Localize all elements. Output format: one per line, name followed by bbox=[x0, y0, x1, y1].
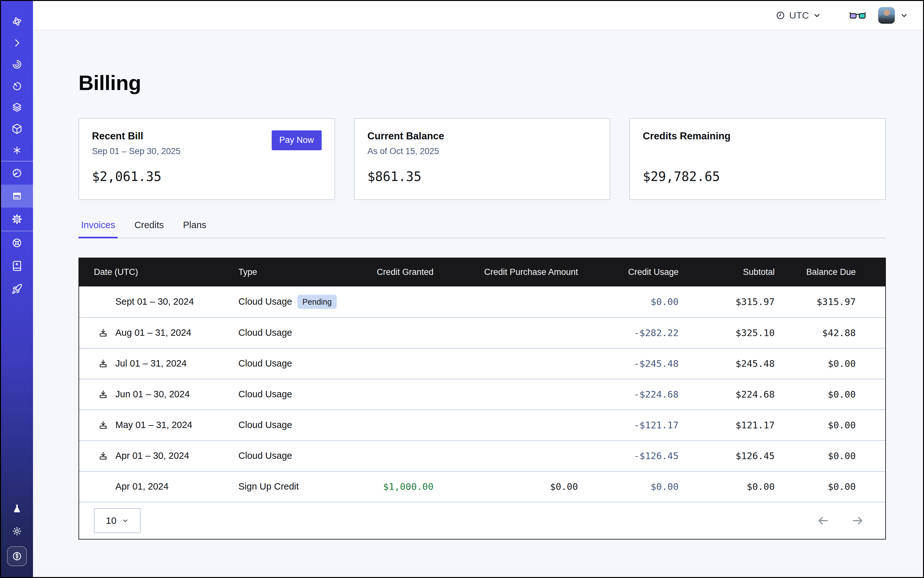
subtotal-value: $224.68 bbox=[679, 389, 775, 400]
table-row: Jul 01 – 31, 2024 Cloud Usage -$245.48 $… bbox=[79, 348, 885, 379]
sidebar-item-layers[interactable] bbox=[1, 96, 33, 118]
book-sparkle-icon bbox=[11, 260, 23, 271]
invoice-type: Sign Up Credit bbox=[239, 481, 299, 492]
credit-purchase-amount-value: $0.00 bbox=[434, 481, 578, 492]
gauge-icon bbox=[11, 167, 23, 179]
table-body: Sept 01 – 30, 2024 Cloud Usage Pending $… bbox=[79, 286, 885, 502]
chevron-down-icon[interactable] bbox=[900, 11, 908, 19]
asterisk-icon bbox=[11, 145, 23, 156]
balance-due-value: $0.00 bbox=[775, 420, 856, 430]
invoice-date: Apr 01 – 30, 2024 bbox=[115, 450, 189, 461]
sidebar-item-timer[interactable] bbox=[1, 75, 33, 96]
sidebar-main-group bbox=[1, 161, 33, 231]
credit-usage-value: -$126.45 bbox=[578, 450, 679, 461]
invoice-date: Sept 01 – 30, 2024 bbox=[115, 296, 194, 307]
sidebar-item-settings[interactable] bbox=[1, 208, 33, 231]
arrow-left-icon bbox=[817, 514, 830, 527]
download-invoice-icon[interactable] bbox=[98, 359, 108, 369]
column-header-subtotal: Subtotal bbox=[679, 267, 775, 277]
timezone-selector[interactable]: UTC bbox=[776, 10, 821, 21]
sidebar-item-support[interactable] bbox=[1, 231, 33, 254]
glasses-icon[interactable] bbox=[849, 11, 866, 20]
next-page-button[interactable] bbox=[851, 514, 864, 527]
sidebar-item-credits-promo[interactable] bbox=[7, 546, 27, 566]
sidebar-item-observe[interactable] bbox=[1, 54, 33, 75]
invoice-type-cell: Sign Up Credit bbox=[239, 481, 341, 492]
card-title: Current Balance bbox=[367, 130, 444, 142]
sidebar-item-expand[interactable] bbox=[1, 32, 33, 54]
sidebar-item-logo[interactable] bbox=[1, 11, 33, 32]
card-title: Recent Bill bbox=[92, 130, 180, 142]
sidebar-bottom-group bbox=[1, 498, 33, 577]
credit-usage-value: -$282.22 bbox=[578, 328, 679, 338]
invoices-table: Date (UTC) Type Credit Granted Credit Pu… bbox=[78, 258, 886, 539]
subtotal-value: $325.10 bbox=[679, 328, 775, 338]
download-invoice-icon[interactable] bbox=[98, 389, 108, 399]
sidebar-item-launch[interactable] bbox=[1, 278, 33, 300]
invoice-date-cell: Sept 01 – 30, 2024 bbox=[79, 296, 239, 307]
invoice-type-cell: Cloud Usage bbox=[239, 389, 341, 399]
summary-cards: Recent Bill Sep 01 – Sep 30, 2025 Pay No… bbox=[78, 118, 886, 200]
current-balance-card: Current Balance As of Oct 15, 2025 $861.… bbox=[354, 118, 611, 200]
sidebar-item-docs[interactable] bbox=[1, 254, 33, 278]
balance-due-value: $0.00 bbox=[775, 358, 856, 369]
tab-invoices[interactable]: Invoices bbox=[78, 220, 118, 239]
sidebar-item-labs[interactable] bbox=[1, 498, 33, 520]
layers-icon bbox=[11, 102, 23, 113]
main-column: UTC Billing bbox=[33, 1, 923, 577]
invoice-date-cell: Aug 01 – 31, 2024 bbox=[79, 328, 239, 338]
rocket-icon bbox=[11, 284, 23, 294]
tab-plans[interactable]: Plans bbox=[180, 220, 209, 239]
sidebar-item-theme-toggle[interactable] bbox=[1, 520, 33, 542]
invoice-type-cell: Cloud Usage bbox=[239, 420, 341, 430]
pay-now-button[interactable]: Pay Now bbox=[272, 130, 322, 150]
chevron-down-icon bbox=[122, 517, 129, 524]
invoice-type: Cloud Usage bbox=[239, 450, 292, 461]
table-row: Aug 01 – 31, 2024 Cloud Usage -$282.22 $… bbox=[79, 317, 885, 348]
chevron-down-icon bbox=[813, 11, 821, 19]
balance-due-value: $0.00 bbox=[775, 450, 856, 461]
page-size-select[interactable]: 10 bbox=[94, 508, 141, 533]
sidebar-item-compute[interactable] bbox=[1, 118, 33, 140]
table-row: Apr 01 – 30, 2024 Cloud Usage -$126.45 $… bbox=[79, 440, 885, 471]
chevron-right-icon bbox=[11, 37, 23, 49]
invoice-date-cell: Jun 01 – 30, 2024 bbox=[79, 389, 239, 399]
card-subtitle: Sep 01 – Sep 30, 2025 bbox=[92, 146, 180, 156]
table-header: Date (UTC) Type Credit Granted Credit Pu… bbox=[79, 258, 885, 286]
download-invoice-icon[interactable] bbox=[98, 328, 108, 338]
user-avatar[interactable] bbox=[878, 7, 895, 24]
invoice-date: Aug 01 – 31, 2024 bbox=[115, 328, 191, 338]
recent-bill-amount: $2,061.35 bbox=[92, 169, 322, 184]
dollar-badge-icon bbox=[11, 550, 23, 562]
card-subtitle: As of Oct 15, 2025 bbox=[367, 146, 444, 156]
page-size-value: 10 bbox=[106, 515, 116, 526]
subtotal-value: $126.45 bbox=[679, 450, 775, 461]
table-row: May 01 – 31, 2024 Cloud Usage -$121.17 $… bbox=[79, 409, 885, 440]
invoice-type: Cloud Usage bbox=[239, 296, 292, 307]
status-badge: Pending bbox=[297, 295, 337, 309]
credits-remaining-card: Credits Remaining $29,782.65 bbox=[629, 118, 886, 200]
column-header-type: Type bbox=[239, 267, 341, 277]
pager bbox=[817, 514, 864, 527]
credit-usage-value: -$224.68 bbox=[578, 389, 679, 400]
column-header-credit-usage: Credit Usage bbox=[578, 267, 679, 277]
invoice-date: Jun 01 – 30, 2024 bbox=[115, 389, 190, 399]
credit-usage-value: -$245.48 bbox=[578, 358, 679, 369]
invoice-type-cell: Cloud Usage bbox=[239, 450, 341, 461]
sidebar-item-dashboard[interactable] bbox=[1, 161, 33, 185]
timezone-label: UTC bbox=[789, 10, 809, 21]
sidebar-item-billing[interactable] bbox=[1, 185, 33, 208]
sun-icon bbox=[11, 526, 23, 537]
page-title: Billing bbox=[78, 71, 886, 94]
previous-page-button[interactable] bbox=[817, 514, 830, 527]
balance-due-value: $315.97 bbox=[775, 296, 856, 307]
download-invoice-icon[interactable] bbox=[98, 420, 108, 430]
sidebar-item-inference[interactable] bbox=[1, 140, 33, 161]
subtotal-value: $245.48 bbox=[679, 358, 775, 369]
tab-credits[interactable]: Credits bbox=[132, 220, 166, 239]
subtotal-value: $315.97 bbox=[679, 296, 775, 307]
credit-usage-value: -$121.17 bbox=[578, 420, 679, 430]
topbar: UTC bbox=[33, 1, 923, 31]
subtotal-value: $121.17 bbox=[679, 420, 775, 430]
download-invoice-icon[interactable] bbox=[98, 451, 108, 461]
